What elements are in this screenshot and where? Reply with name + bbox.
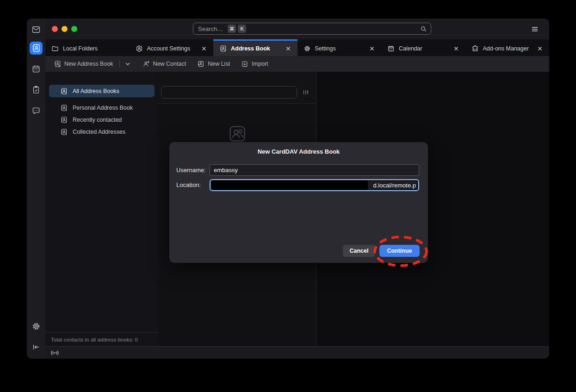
zoom-window-button[interactable] [71,26,77,32]
sidebar-item-label: Collected Addresses [73,129,125,135]
network-status-icon [50,349,59,356]
tab-settings[interactable]: Settings [297,39,382,56]
continue-button[interactable]: Continue [379,245,420,257]
display-options-icon[interactable] [302,88,310,96]
import-label: Import [252,61,268,67]
tab-bar: Local Folders Account Settings Address B… [45,39,549,56]
contacts-list-header [158,72,316,104]
new-address-book-icon [54,60,61,68]
total-contacts-label: Total contacts in all address books: 0 [51,337,138,342]
sidebar-item-personal-address-book[interactable]: Personal Address Book [49,101,155,114]
titlebar: Search… ⌘ K [45,19,549,39]
sidebar-item-label: Recently contacted [73,117,122,123]
close-tab-icon[interactable] [453,45,459,52]
new-list-button[interactable]: New List [197,60,230,68]
close-tab-icon[interactable] [201,45,207,52]
contacts-filter-input[interactable] [161,86,297,99]
settings-space-button[interactable] [30,320,43,333]
tasks-space-button[interactable] [30,83,43,96]
new-contact-label: New Contact [153,61,186,67]
sidebar-item-label: Personal Address Book [73,105,133,111]
calendar-icon [31,64,41,74]
close-tab-icon[interactable] [369,45,375,52]
new-list-icon [197,60,204,68]
tasks-icon [31,85,41,94]
sidebar-item-label: All Address Books [73,88,119,94]
new-list-label: New List [208,61,230,67]
address-books-sidebar: All Address Books Personal Address Book … [45,72,158,346]
tab-addons-manager[interactable]: Add-ons Manager [465,39,550,56]
tab-label: Add-ons Manager [483,45,529,52]
search-icon [420,25,427,32]
close-tab-icon[interactable] [285,45,291,52]
divider [119,60,120,68]
chat-space-button[interactable] [30,104,43,117]
tab-label: Address Book [231,45,270,52]
new-contact-button[interactable]: New Contact [142,60,186,68]
tab-label: Local Folders [63,45,98,52]
puzzle-icon [471,45,479,52]
redaction-bar [211,180,368,190]
new-carddav-dialog: New CardDAV Address Book Username: Locat… [169,142,428,263]
folder-icon [51,45,59,52]
cmd-key-badge: ⌘ [228,25,236,33]
gear-icon [31,322,41,331]
import-button[interactable]: Import [241,60,268,68]
address-book-icon [60,116,68,124]
tab-label: Account Settings [147,45,191,52]
tab-address-book[interactable]: Address Book [213,39,297,56]
address-book-icon [60,87,68,95]
calendar-space-button[interactable] [30,62,43,75]
window-controls [52,26,77,32]
address-book-icon [31,44,41,53]
collapse-spaces-button[interactable] [30,341,43,354]
location-visible-text: d.local/remote.p [373,180,416,190]
thunderbird-window: Search… ⌘ K Local Folders Account Settin… [27,19,549,359]
account-settings-icon [136,45,143,52]
mail-icon [31,25,41,34]
app-menu-button[interactable] [531,25,539,33]
address-book-icon [219,45,227,52]
total-contacts-status: Total contacts in all address books: 0 [45,332,158,346]
address-book-icon [60,104,68,112]
new-address-book-label: New Address Book [64,61,113,67]
dialog-title: New CardDAV Address Book [169,148,428,155]
k-key-badge: K [238,25,246,33]
tab-label: Settings [315,45,336,52]
calendar-icon [387,45,395,52]
gear-icon [303,45,311,52]
location-label: Location: [176,179,201,191]
search-placeholder: Search… [198,25,223,32]
tab-account-settings[interactable]: Account Settings [130,39,214,56]
close-window-button[interactable] [52,26,58,32]
sidebar-item-all-address-books[interactable]: All Address Books [49,85,155,97]
minimize-window-button[interactable] [62,26,68,32]
address-book-toolbar: New Address Book New Contact New List Im… [45,56,549,72]
username-input[interactable] [210,164,419,176]
new-address-book-button[interactable]: New Address Book [54,60,131,68]
chevron-down-icon[interactable] [124,60,131,68]
new-contact-icon [142,60,150,68]
address-book-icon [60,128,68,136]
contacts-placeholder-icon [227,123,248,144]
tab-label: Calendar [399,45,422,52]
sidebar-item-recently-contacted[interactable]: Recently contacted [49,113,155,126]
mail-space-button[interactable] [30,23,43,36]
tab-calendar[interactable]: Calendar [381,39,465,56]
sidebar-item-collected-addresses[interactable]: Collected Addresses [49,125,155,138]
close-tab-icon[interactable] [537,45,543,52]
global-search-input[interactable]: Search… ⌘ K [193,23,431,35]
spaces-toolbar [27,19,45,359]
collapse-left-icon [31,342,41,352]
location-input[interactable]: d.local/remote.p [210,179,419,191]
address-book-space-button[interactable] [30,42,43,55]
username-label: Username: [176,164,206,176]
chat-icon [31,106,41,115]
import-icon [241,60,248,68]
status-bar [45,346,549,359]
cancel-button[interactable]: Cancel [343,245,375,257]
tab-local-folders[interactable]: Local Folders [45,39,130,56]
